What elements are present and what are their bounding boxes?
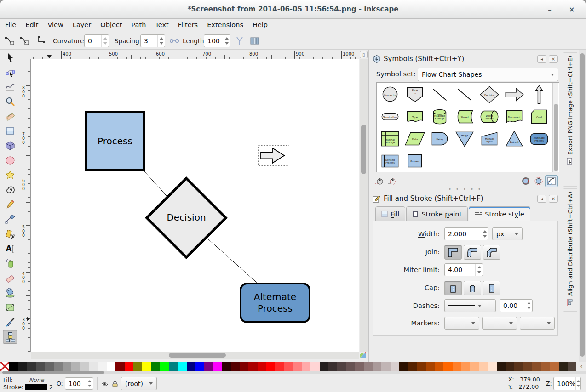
vertical-ruler[interactable]: 800700600500400300	[20, 59, 31, 352]
symbol-arrow-up[interactable]	[527, 84, 552, 106]
tool-rect[interactable]	[3, 124, 17, 138]
symbol-line[interactable]	[452, 84, 477, 106]
palette-swatch[interactable]	[115, 362, 124, 371]
symbol-extract[interactable]: Extract	[502, 128, 527, 150]
layer-selector-dropdown[interactable]: (root)	[121, 377, 157, 390]
symbol-tape[interactable]: Tape	[402, 106, 427, 128]
symbol-connector[interactable]: Connector	[378, 84, 402, 106]
palette-swatch[interactable]	[488, 362, 497, 371]
layer-lock-icon[interactable]	[111, 380, 119, 388]
tool-calligraphy[interactable]	[3, 227, 17, 241]
palette-swatch[interactable]	[506, 362, 514, 371]
symbol-delay[interactable]: Delay	[427, 128, 452, 150]
zoom-spinner[interactable]: 100%	[553, 377, 581, 390]
symbol-line[interactable]	[427, 84, 452, 106]
palette-swatch[interactable]	[550, 362, 558, 371]
stroke-width-spinner[interactable]: 2.000	[444, 227, 488, 240]
join-round-button[interactable]	[464, 245, 481, 260]
palette-swatch[interactable]	[381, 362, 390, 371]
palette-swatch-none[interactable]	[0, 362, 9, 371]
palette-scrollbar-thumb[interactable]	[2, 371, 104, 374]
palette-swatch[interactable]	[204, 362, 213, 371]
palette-swatch[interactable]	[355, 362, 364, 371]
palette-swatch[interactable]	[310, 362, 319, 371]
tool-box3d[interactable]	[3, 138, 17, 153]
tool-spray[interactable]	[3, 256, 17, 270]
tool-spiral[interactable]	[3, 182, 17, 197]
symbol-direct-access[interactable]: DirectAccess	[477, 106, 502, 128]
symbol-page[interactable]: Page...	[402, 84, 427, 106]
palette-swatch[interactable]	[391, 362, 399, 371]
symbol-set-dropdown[interactable]: Flow Chart Shapes	[418, 68, 558, 81]
opacity-spinner[interactable]: 100	[65, 377, 93, 390]
tab-stroke-paint[interactable]: Stroke paint	[406, 206, 468, 222]
symbol-stored[interactable]: Stored	[452, 106, 477, 128]
palette-swatch[interactable]	[320, 362, 328, 371]
process-shape[interactable]: Process	[85, 111, 145, 171]
palette-swatch[interactable]	[151, 362, 160, 371]
width-unit-dropdown[interactable]: px	[492, 227, 523, 240]
dashes-dropdown[interactable]	[444, 299, 496, 312]
fill-stroke-collapse-button[interactable]: ◂	[537, 195, 546, 203]
menu-edit[interactable]: Edit	[21, 19, 43, 31]
symbol-data[interactable]: Data	[402, 128, 427, 150]
palette-swatch[interactable]	[346, 362, 355, 371]
tool-bucket[interactable]	[3, 285, 17, 300]
fill-stroke-close-button[interactable]: ×	[549, 195, 558, 203]
tab-stroke-style[interactable]: Stroke style	[469, 206, 530, 222]
stroke-color-swatch[interactable]	[25, 384, 47, 390]
cap-butt-button[interactable]	[444, 281, 462, 295]
remove-overlaps-icon[interactable]	[249, 35, 260, 46]
tool-zoom[interactable]	[3, 94, 17, 108]
ruler-corner-button[interactable]: ▯	[360, 51, 368, 58]
alternate-process-shape[interactable]: Alternate Process	[240, 283, 310, 323]
palette-swatch[interactable]	[302, 362, 310, 371]
marker-start-dropdown[interactable]: —	[444, 317, 479, 330]
palette-swatch[interactable]	[98, 362, 107, 371]
tool-selector[interactable]	[3, 50, 17, 64]
arrow-shape-selected[interactable]	[259, 146, 289, 166]
connector-ignore-icon[interactable]	[19, 35, 30, 46]
palette-swatch[interactable]	[71, 362, 80, 371]
palette-swatch[interactable]	[541, 362, 550, 371]
symbol-defined-process[interactable]: DefinedProcess	[378, 150, 402, 172]
palette-swatch[interactable]	[248, 362, 257, 371]
palette-swatch[interactable]	[559, 362, 568, 371]
palette-swatch[interactable]	[426, 362, 435, 371]
symbol-document[interactable]: Document	[502, 106, 527, 128]
miter-limit-spinner[interactable]: 4.00	[444, 263, 483, 276]
palette-swatch[interactable]	[240, 362, 248, 371]
vertical-scrollbar[interactable]	[360, 59, 368, 352]
tool-gradient[interactable]	[3, 300, 17, 314]
palette-swatch[interactable]	[373, 362, 381, 371]
palette-swatch[interactable]	[479, 362, 488, 371]
symbols-grid-scrollbar-thumb[interactable]	[554, 104, 558, 171]
tool-dropper[interactable]	[3, 315, 17, 329]
tool-node[interactable]	[3, 65, 17, 79]
palette-swatch[interactable]	[178, 362, 186, 371]
symbols-display-toggle-button[interactable]	[545, 175, 558, 187]
symbol-arrow-right[interactable]	[502, 84, 527, 106]
panel-resize-handle[interactable]: • • • • •	[369, 187, 562, 192]
palette-swatch[interactable]	[532, 362, 541, 371]
palette-swatch[interactable]	[453, 362, 461, 371]
marker-end-dropdown[interactable]: —	[520, 317, 555, 330]
symbols-grid-scrollbar[interactable]	[552, 83, 558, 172]
palette-swatch[interactable]	[9, 362, 18, 371]
tool-pencil[interactable]	[3, 197, 17, 211]
palette-swatch[interactable]	[568, 362, 576, 371]
symbol-merge[interactable]: Merge	[452, 128, 477, 150]
horizontal-ruler[interactable]: 4005006007008009001000	[31, 51, 359, 59]
titlebar[interactable]: *Screenshot from 2014-06-05 11:56:54.png…	[0, 0, 586, 19]
palette-swatch[interactable]	[160, 362, 169, 371]
menu-view[interactable]: View	[43, 19, 68, 31]
symbol-internal-storage[interactable]: InternalStorage	[378, 128, 402, 150]
palette-swatch[interactable]	[284, 362, 293, 371]
symbol-alternate-process[interactable]: AlternateProcess	[527, 128, 552, 150]
tab-export-png[interactable]: Export PNG Image (Shift+Ctrl+E)	[563, 52, 577, 187]
symbol-card[interactable]: Card	[527, 106, 552, 128]
fill-indicator-value[interactable]: None	[29, 376, 44, 383]
menu-file[interactable]: File	[0, 19, 21, 31]
horizontal-scrollbar-thumb[interactable]	[169, 353, 226, 358]
palette-swatch[interactable]	[45, 362, 53, 371]
